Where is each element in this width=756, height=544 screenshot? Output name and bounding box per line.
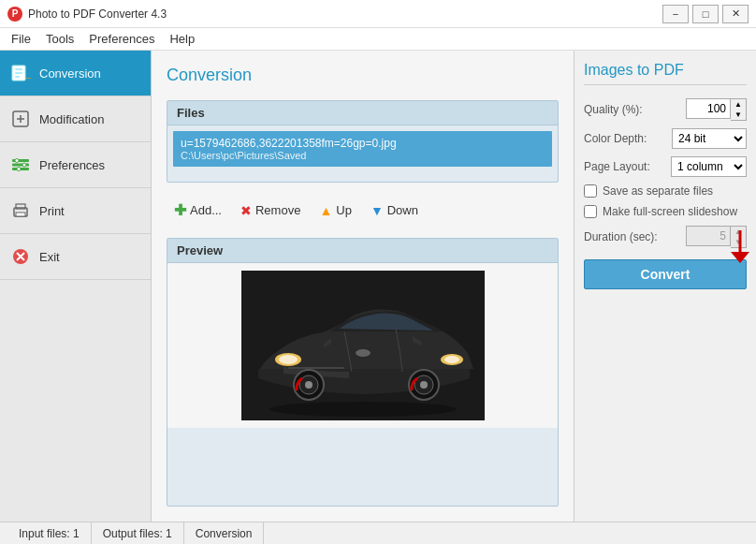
slideshow-label: Make full-screen slideshow xyxy=(603,205,737,218)
quality-spinner: ▲ ▼ xyxy=(686,98,747,121)
svg-rect-16 xyxy=(16,213,25,216)
quality-spin-buttons: ▲ ▼ xyxy=(731,98,747,121)
add-label: Add... xyxy=(190,203,222,217)
close-button[interactable]: ✕ xyxy=(722,5,749,23)
right-panel-title: Images to PDF xyxy=(584,62,747,85)
svg-rect-1 xyxy=(15,68,22,70)
sidebar-item-preferences[interactable]: Preferences xyxy=(0,142,151,188)
down-icon: ▼ xyxy=(371,203,384,218)
menu-tools[interactable]: Tools xyxy=(38,30,81,48)
svg-point-30 xyxy=(305,381,313,389)
sidebar-label-print: Print xyxy=(39,204,65,218)
page-layout-select-wrap: 1 column 2 columns 3 columns xyxy=(671,156,747,177)
svg-point-25 xyxy=(444,356,459,363)
color-depth-select[interactable]: 24 bit 8 bit 4 bit 1 bit xyxy=(672,128,747,149)
page-layout-row: Page Layout: 1 column 2 columns 3 column… xyxy=(584,156,747,177)
minimize-button[interactable]: − xyxy=(662,5,689,23)
menu-preferences[interactable]: Preferences xyxy=(81,30,162,48)
app-icon: P xyxy=(7,7,22,22)
separate-files-row: Save as separate files xyxy=(584,184,747,198)
add-button[interactable]: ✚ Add... xyxy=(170,199,225,221)
svg-text:→: → xyxy=(23,70,31,83)
app-title: Photo to PDF Converter 4.3 xyxy=(28,7,167,21)
page-layout-label: Page Layout: xyxy=(584,160,650,173)
maximize-button[interactable]: □ xyxy=(692,5,719,23)
title-left: P Photo to PDF Converter 4.3 xyxy=(7,7,167,22)
svg-rect-26 xyxy=(288,367,344,369)
color-depth-select-wrap: 24 bit 8 bit 4 bit 1 bit xyxy=(672,128,747,149)
color-depth-label: Color Depth: xyxy=(584,132,647,145)
print-icon xyxy=(9,199,32,222)
convert-section: Convert xyxy=(584,256,747,289)
down-button[interactable]: ▼ Down xyxy=(367,201,422,220)
sidebar-label-conversion: Conversion xyxy=(39,66,101,81)
quality-spin-up[interactable]: ▲ xyxy=(731,99,746,110)
exit-icon xyxy=(9,245,32,268)
red-arrow-annotation xyxy=(726,226,754,263)
page-layout-select[interactable]: 1 column 2 columns 3 columns xyxy=(671,156,747,177)
content-title: Conversion xyxy=(167,66,559,85)
svg-point-23 xyxy=(279,355,298,364)
convert-button[interactable]: Convert xyxy=(584,259,747,289)
sidebar-label-preferences: Preferences xyxy=(39,158,105,172)
file-list: u=1579462686,3622201358fm=26gp=0.jpg C:\… xyxy=(167,125,558,182)
status-input-files: Input files: 1 xyxy=(7,522,92,544)
quality-spin-down[interactable]: ▼ xyxy=(731,110,746,120)
svg-point-13 xyxy=(17,168,21,171)
sidebar-item-conversion[interactable]: → Conversion xyxy=(0,51,151,96)
content-area: Conversion Files u=1579462686,3622201358… xyxy=(152,51,574,522)
slideshow-checkbox[interactable] xyxy=(584,205,597,218)
main-layout: → Conversion Modification xyxy=(0,51,756,522)
sidebar-item-exit[interactable]: Exit xyxy=(0,234,151,280)
file-name: u=1579462686,3622201358fm=26gp=0.jpg xyxy=(181,137,545,150)
sidebar-label-modification: Modification xyxy=(39,112,104,126)
duration-row: Duration (sec): ▲ ▼ xyxy=(584,226,747,248)
quality-row: Quality (%): ▲ ▼ xyxy=(584,98,747,121)
sidebar-label-exit: Exit xyxy=(39,250,60,264)
slideshow-row: Make full-screen slideshow xyxy=(584,205,747,218)
window-controls: − □ ✕ xyxy=(662,5,749,23)
preview-image xyxy=(241,271,485,420)
file-path: C:\Users\pc\Pictures\Saved xyxy=(181,150,545,161)
remove-button[interactable]: ✖ Remove xyxy=(237,201,304,220)
status-output-files: Output files: 1 xyxy=(92,522,184,544)
conversion-icon: → xyxy=(9,62,32,84)
menu-file[interactable]: File xyxy=(4,30,38,48)
up-button[interactable]: ▲ Up xyxy=(315,201,355,220)
menu-help[interactable]: Help xyxy=(162,30,202,48)
status-mode: Conversion xyxy=(184,522,265,544)
title-bar: P Photo to PDF Converter 4.3 − □ ✕ xyxy=(0,0,756,28)
file-item[interactable]: u=1579462686,3622201358fm=26gp=0.jpg C:\… xyxy=(173,131,552,167)
up-icon: ▲ xyxy=(319,203,332,218)
files-panel-header: Files xyxy=(167,101,558,125)
modification-icon xyxy=(9,108,32,130)
right-panel: Images to PDF Quality (%): ▲ ▼ Color Dep… xyxy=(574,51,756,522)
preferences-icon xyxy=(9,154,32,176)
sidebar-item-modification[interactable]: Modification xyxy=(0,96,151,142)
quality-label: Quality (%): xyxy=(584,103,643,116)
svg-point-33 xyxy=(420,381,428,389)
color-depth-row: Color Depth: 24 bit 8 bit 4 bit 1 bit xyxy=(584,128,747,149)
svg-rect-3 xyxy=(15,76,20,78)
remove-icon: ✖ xyxy=(240,203,252,218)
remove-label: Remove xyxy=(255,203,300,217)
duration-label: Duration (sec): xyxy=(584,230,658,243)
down-label: Down xyxy=(387,203,418,217)
status-bar: Input files: 1 Output files: 1 Conversio… xyxy=(0,522,756,544)
svg-point-21 xyxy=(269,402,457,417)
duration-input xyxy=(686,226,731,246)
files-panel: Files u=1579462686,3622201358fm=26gp=0.j… xyxy=(167,100,559,183)
svg-point-27 xyxy=(356,349,371,357)
separate-files-checkbox[interactable] xyxy=(584,184,597,198)
preview-container xyxy=(167,263,558,428)
up-label: Up xyxy=(336,203,352,217)
menu-bar: File Tools Preferences Help xyxy=(0,28,756,51)
quality-input[interactable] xyxy=(686,98,731,119)
file-toolbar: ✚ Add... ✖ Remove ▲ Up ▼ Down xyxy=(167,194,559,227)
sidebar-item-print[interactable]: Print xyxy=(0,188,151,234)
svg-marker-35 xyxy=(731,252,749,263)
preview-panel: Preview xyxy=(167,238,559,507)
svg-rect-2 xyxy=(15,72,22,74)
sidebar: → Conversion Modification xyxy=(0,51,152,522)
svg-point-12 xyxy=(22,163,26,167)
